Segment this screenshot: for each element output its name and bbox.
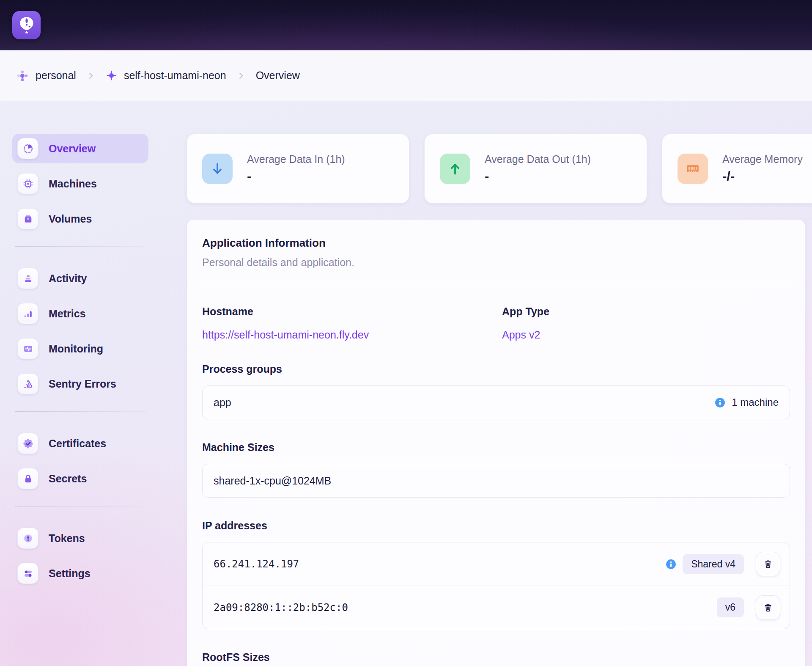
sidebar-item-label: Volumes xyxy=(49,213,92,225)
info-icon[interactable] xyxy=(714,397,726,408)
sidebar-item-label: Secrets xyxy=(49,473,87,485)
stat-value: - xyxy=(485,169,591,184)
sidebar-item-label: Metrics xyxy=(49,308,86,320)
breadcrumb-app[interactable]: self-host-umami-neon xyxy=(106,69,226,82)
sidebar-item-label: Settings xyxy=(49,567,91,580)
arrow-down-icon xyxy=(202,154,233,184)
ip-addresses-label: IP addresses xyxy=(202,520,790,532)
app-type-link[interactable]: Apps v2 xyxy=(502,329,540,341)
ip-type-badge: v6 xyxy=(717,597,744,617)
panel-header: Application Information Personal details… xyxy=(202,237,790,285)
sidebar-item-label: Overview xyxy=(49,143,96,155)
rootfs-sizes-label: RootFS Sizes xyxy=(202,651,790,663)
sidebar-divider xyxy=(15,246,146,247)
machine-size-row: shared-1x-cpu@1024MB xyxy=(202,464,790,498)
top-navbar xyxy=(0,0,812,50)
sparkle-icon xyxy=(106,70,117,81)
activity-icon xyxy=(17,268,38,289)
sidebar-item-tokens[interactable]: Tokens xyxy=(12,523,148,553)
sidebar-divider xyxy=(15,506,146,506)
process-group-name: app xyxy=(214,396,231,409)
delete-ip-button[interactable] xyxy=(756,595,780,620)
machine-size-value: shared-1x-cpu@1024MB xyxy=(214,475,331,487)
monitoring-icon xyxy=(17,338,38,359)
sidebar-item-label: Activity xyxy=(49,272,87,285)
stat-title: Average Data In (1h) xyxy=(247,153,345,165)
sidebar-item-secrets[interactable]: Secrets xyxy=(12,464,148,493)
stat-title: Average Data Out (1h) xyxy=(485,153,591,165)
fly-balloon-icon xyxy=(16,15,37,36)
settings-icon xyxy=(17,563,38,584)
stat-title: Average Memory xyxy=(722,153,803,165)
chevron-right-icon xyxy=(236,71,246,80)
lock-icon xyxy=(17,468,38,489)
arrow-up-icon xyxy=(440,154,470,184)
ip-row-v6: 2a09:8280:1::2b:b52c:0 v6 xyxy=(203,586,790,629)
machines-icon xyxy=(17,173,38,194)
sidebar-divider xyxy=(15,411,146,412)
breadcrumb-page-label: Overview xyxy=(256,69,300,82)
application-information-panel: Application Information Personal details… xyxy=(187,219,806,666)
breadcrumb: personal self-host-umami-neon Overview xyxy=(0,50,812,101)
stat-card-data-out: Average Data Out (1h) - xyxy=(424,134,647,204)
stat-value: - xyxy=(247,169,345,184)
ip-address: 2a09:8280:1::2b:b52c:0 xyxy=(214,602,348,614)
sidebar-item-machines[interactable]: Machines xyxy=(12,169,148,198)
app-type-label: App Type xyxy=(502,305,790,318)
breadcrumb-app-label: self-host-umami-neon xyxy=(124,69,226,82)
info-icon[interactable] xyxy=(665,559,677,570)
sidebar-item-label: Monitoring xyxy=(49,343,103,355)
sidebar-item-label: Machines xyxy=(49,178,97,190)
volumes-icon xyxy=(17,208,38,229)
sidebar-item-overview[interactable]: Overview xyxy=(12,134,148,163)
sidebar: Overview Machines Volumes xyxy=(12,134,148,594)
memory-icon xyxy=(678,154,708,184)
token-icon xyxy=(17,528,38,549)
sidebar-item-label: Sentry Errors xyxy=(49,378,116,390)
metrics-icon xyxy=(17,303,38,324)
sentry-icon xyxy=(17,373,38,394)
process-group-row: app 1 machine xyxy=(202,385,790,419)
hostname-label: Hostname xyxy=(202,305,502,318)
machine-count: 1 machine xyxy=(732,396,779,408)
stat-card-memory: Average Memory -/- xyxy=(662,134,812,204)
sidebar-item-certificates[interactable]: Certificates xyxy=(12,429,148,458)
machine-sizes-label: Machine Sizes xyxy=(202,441,790,454)
organization-dots-icon xyxy=(16,69,29,82)
ip-address: 66.241.124.197 xyxy=(214,558,299,570)
ip-addresses-box: 66.241.124.197 Shared v4 xyxy=(202,542,790,629)
ip-type-badge: Shared v4 xyxy=(683,554,744,574)
sidebar-item-metrics[interactable]: Metrics xyxy=(12,299,148,328)
sidebar-item-activity[interactable]: Activity xyxy=(12,264,148,293)
main-content: Average Data In (1h) - Average Data Out … xyxy=(187,134,812,666)
sidebar-item-settings[interactable]: Settings xyxy=(12,559,148,588)
ip-row-v4: 66.241.124.197 Shared v4 xyxy=(203,542,790,586)
panel-title: Application Information xyxy=(202,237,790,250)
overview-icon xyxy=(17,138,38,159)
chevron-right-icon xyxy=(86,71,96,80)
breadcrumb-org-label: personal xyxy=(36,69,76,82)
hostname-link[interactable]: https://self-host-umami-neon.fly.dev xyxy=(202,329,369,341)
trash-icon xyxy=(762,602,774,614)
certificate-icon xyxy=(17,433,38,454)
sidebar-item-sentry-errors[interactable]: Sentry Errors xyxy=(12,369,148,399)
breadcrumb-org[interactable]: personal xyxy=(16,69,76,82)
trash-icon xyxy=(762,558,774,570)
stat-card-data-in: Average Data In (1h) - xyxy=(187,134,409,204)
hostname-field: Hostname https://self-host-umami-neon.fl… xyxy=(202,305,502,341)
delete-ip-button[interactable] xyxy=(756,552,780,576)
breadcrumb-page[interactable]: Overview xyxy=(256,69,300,82)
stats-row: Average Data In (1h) - Average Data Out … xyxy=(187,134,812,204)
sidebar-item-label: Tokens xyxy=(49,532,85,545)
sidebar-item-monitoring[interactable]: Monitoring xyxy=(12,334,148,363)
field-grid: Hostname https://self-host-umami-neon.fl… xyxy=(202,285,790,341)
panel-subtitle: Personal details and application. xyxy=(202,256,790,269)
app-type-field: App Type Apps v2 xyxy=(502,305,790,341)
process-groups-label: Process groups xyxy=(202,363,790,375)
sidebar-item-label: Certificates xyxy=(49,438,106,450)
fly-logo[interactable] xyxy=(12,11,41,39)
sidebar-item-volumes[interactable]: Volumes xyxy=(12,204,148,234)
stat-value: -/- xyxy=(722,169,803,184)
